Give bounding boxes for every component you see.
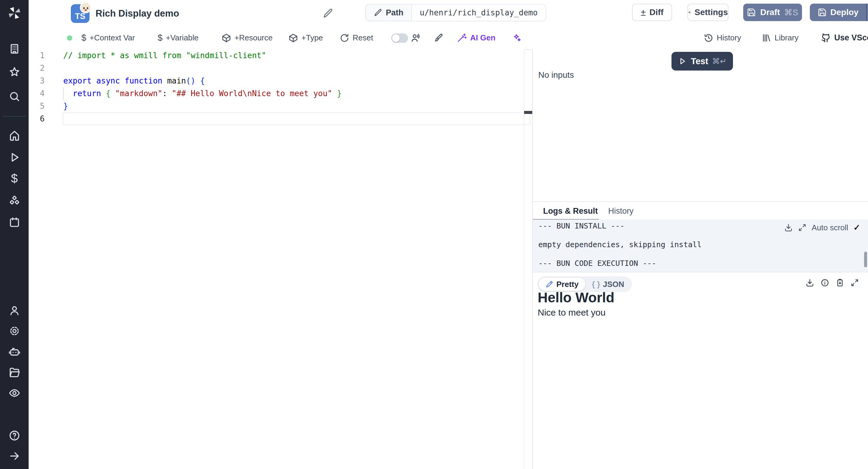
- code-line[interactable]: 4 return { "markdown": "## Hello World\n…: [29, 87, 524, 100]
- history-button[interactable]: History: [704, 27, 741, 49]
- sidebar-item-runs[interactable]: [0, 151, 29, 163]
- tab-history[interactable]: History: [608, 202, 633, 220]
- sidebar-item-favorites[interactable]: [0, 66, 29, 78]
- gear-icon: [688, 8, 691, 17]
- package-icon: [288, 33, 298, 43]
- log-controls: Auto scroll ✓: [784, 223, 860, 232]
- home-icon: [8, 130, 21, 142]
- expand-icon[interactable]: [850, 279, 859, 287]
- sidebar-item-users[interactable]: [0, 305, 29, 316]
- play-icon: [8, 151, 21, 163]
- download-icon[interactable]: [805, 278, 814, 287]
- library-button[interactable]: Library: [762, 27, 798, 49]
- editor-toolbar: $ +Context Var $ +Variable +Resource +Ty…: [29, 27, 868, 50]
- settings-button[interactable]: Settings: [687, 4, 728, 21]
- folder-icon: [8, 367, 21, 379]
- paintbrush-icon: [433, 33, 444, 43]
- sidebar-item-settings[interactable]: [0, 325, 29, 337]
- pencil-icon: [322, 8, 333, 19]
- braces-icon: { }: [592, 280, 600, 289]
- sidebar-item-search[interactable]: [0, 90, 29, 102]
- dollar-icon: $: [11, 172, 18, 185]
- path-widget[interactable]: Path u/henri/rich_display_demo: [365, 4, 546, 22]
- calendar-icon: [8, 216, 21, 228]
- sidebar-divider: [3, 116, 26, 117]
- bun-runtime-icon: [80, 2, 91, 13]
- star-icon: [8, 66, 21, 78]
- info-icon[interactable]: [820, 278, 830, 287]
- ai-sparkles-button[interactable]: [512, 27, 522, 49]
- user-voice-icon: [411, 33, 421, 43]
- add-type-button[interactable]: +Type: [288, 27, 323, 49]
- result-body: Nice to meet you: [538, 307, 606, 318]
- sidebar-item-schedules[interactable]: [0, 216, 29, 228]
- test-shortcut: ⌘↵: [712, 57, 727, 66]
- sidebar-item-workers[interactable]: [0, 346, 29, 358]
- draft-button[interactable]: Draft ⌘S: [743, 4, 802, 21]
- pane-resize-handle[interactable]: [524, 111, 532, 114]
- deploy-button[interactable]: Deploy: [810, 7, 866, 17]
- code-line[interactable]: 1// import * as wmill from "windmill-cli…: [29, 49, 524, 62]
- sidebar-item-workspace[interactable]: [0, 43, 29, 55]
- gear-icon: [8, 325, 21, 337]
- dollar-icon: $: [82, 33, 86, 43]
- sidebar-item-folders[interactable]: [0, 367, 29, 379]
- tab-logs-result[interactable]: Logs & Result: [543, 202, 598, 220]
- result-actions: [805, 278, 859, 287]
- page-title: Rich Display demo: [96, 0, 179, 27]
- sidebar-item-home[interactable]: [0, 130, 29, 142]
- path-label-section: Path: [366, 4, 412, 21]
- code-lines: 1// import * as wmill from "windmill-cli…: [29, 49, 524, 125]
- sidebar-item-resources[interactable]: [0, 194, 29, 207]
- sidebar-expand-button[interactable]: [0, 450, 29, 462]
- add-context-var-button[interactable]: $ +Context Var: [82, 27, 135, 49]
- windmill-logo-icon[interactable]: [0, 6, 29, 20]
- plus-minus-icon: ±: [641, 8, 646, 17]
- multiplayer-users-button[interactable]: [411, 27, 421, 49]
- code-line[interactable]: 6: [29, 113, 524, 125]
- output-tabbar: Logs & Result History: [533, 201, 868, 221]
- magic-wand-icon: [457, 33, 467, 43]
- sidebar-item-help[interactable]: [0, 430, 29, 442]
- save-icon: [747, 8, 756, 17]
- add-resource-button[interactable]: +Resource: [221, 27, 273, 49]
- view-pretty-button[interactable]: Pretty: [538, 278, 585, 291]
- download-icon[interactable]: [784, 223, 793, 232]
- ai-gen-button[interactable]: AI Gen: [457, 27, 495, 49]
- reset-button[interactable]: Reset: [340, 27, 373, 49]
- arrow-right-icon: [8, 450, 21, 462]
- code-line[interactable]: 2: [29, 62, 524, 74]
- sidebar-item-audit-logs[interactable]: [0, 387, 29, 399]
- help-icon: [8, 430, 21, 442]
- view-json-button[interactable]: { } JSON: [585, 278, 631, 291]
- deploy-button-group: Deploy: [810, 4, 868, 21]
- path-label: Path: [386, 8, 404, 18]
- add-variable-button[interactable]: $ +Variable: [158, 27, 198, 49]
- auto-scroll-label: Auto scroll: [812, 223, 848, 232]
- pen-icon: [545, 280, 554, 288]
- use-vscode-button[interactable]: Use VScode: [821, 27, 868, 49]
- log-scrollbar[interactable]: [864, 252, 867, 268]
- save-icon: [818, 8, 827, 17]
- code-editor[interactable]: 1// import * as wmill from "windmill-cli…: [29, 49, 524, 469]
- edit-title-button[interactable]: [322, 8, 333, 19]
- github-icon: [821, 33, 831, 43]
- code-line[interactable]: 3export async function main() {: [29, 74, 524, 87]
- code-line[interactable]: 5}: [29, 100, 524, 113]
- format-code-button[interactable]: [433, 27, 444, 49]
- library-icon: [762, 33, 771, 43]
- multiplayer-toggle[interactable]: [391, 33, 408, 43]
- robot-icon: [8, 346, 21, 358]
- test-button[interactable]: Test ⌘↵: [672, 52, 733, 70]
- header: TS Rich Display demo Path u/henri/rich_d…: [29, 0, 868, 27]
- deploy-more-button[interactable]: [867, 4, 868, 21]
- clipboard-copy-icon[interactable]: [835, 278, 844, 287]
- windmill-script-editor: $: [0, 0, 868, 469]
- check-icon[interactable]: ✓: [853, 223, 860, 232]
- user-icon: [8, 305, 21, 316]
- play-icon: [678, 57, 687, 66]
- no-inputs-label: No inputs: [538, 70, 574, 80]
- sidebar-item-variables[interactable]: $: [0, 172, 29, 185]
- diff-button[interactable]: ± Diff: [632, 4, 672, 21]
- expand-icon[interactable]: [798, 223, 807, 232]
